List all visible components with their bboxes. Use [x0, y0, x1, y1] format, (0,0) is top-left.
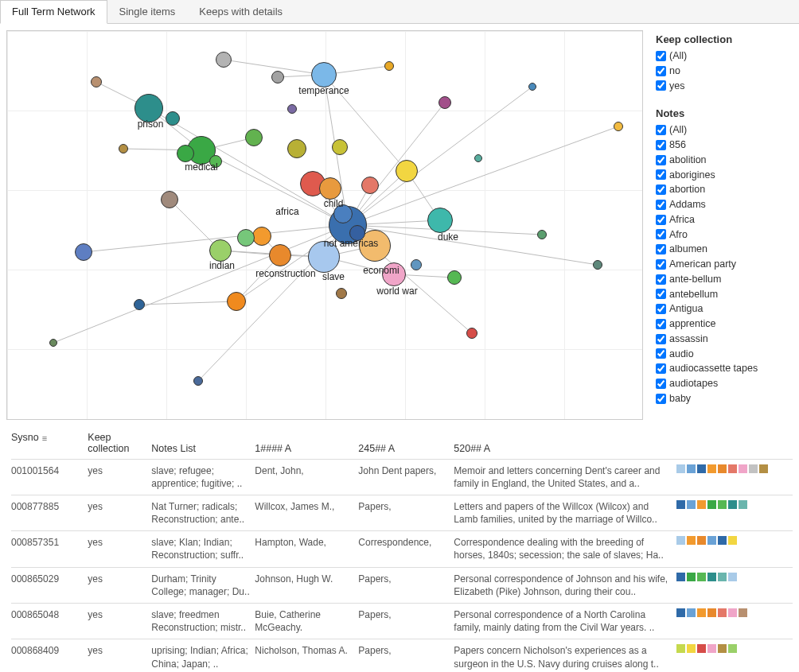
- filter-item-keep[interactable]: (All): [656, 49, 791, 64]
- network-node[interactable]: [361, 177, 379, 194]
- filter-item-notes[interactable]: Addams: [656, 197, 791, 212]
- checkbox[interactable]: [656, 304, 666, 314]
- network-node[interactable]: [287, 104, 297, 114]
- checkbox[interactable]: [656, 229, 666, 239]
- network-node[interactable]: [396, 160, 418, 182]
- network-node[interactable]: [474, 154, 482, 162]
- network-node[interactable]: [447, 270, 462, 285]
- network-node[interactable]: [349, 225, 365, 241]
- table-row[interactable]: 000857351yesslave; Klan; Indian; Reconst…: [11, 531, 793, 567]
- filter-item-notes[interactable]: Antigua: [656, 301, 791, 317]
- checkbox[interactable]: [656, 125, 666, 135]
- network-node[interactable]: [269, 244, 291, 266]
- network-node[interactable]: [75, 243, 92, 261]
- filter-item-notes[interactable]: ante-bellum: [656, 272, 791, 287]
- checkbox[interactable]: [656, 319, 666, 329]
- network-node[interactable]: [384, 61, 394, 71]
- network-node[interactable]: [537, 230, 547, 239]
- checkbox[interactable]: [656, 51, 666, 61]
- network-viz[interactable]: temperanceprisonmedicalafricachildnot am…: [6, 30, 643, 420]
- network-node[interactable]: [245, 129, 263, 146]
- filter-item-keep[interactable]: no: [656, 64, 791, 79]
- col-notes-header[interactable]: Notes List: [151, 430, 255, 460]
- checkbox[interactable]: [656, 215, 666, 225]
- filter-item-notes[interactable]: albumen: [656, 242, 791, 257]
- tab-full-term-network[interactable]: Full Term Network: [0, 0, 107, 24]
- checkbox[interactable]: [656, 66, 666, 76]
- network-node[interactable]: [134, 94, 163, 122]
- network-node[interactable]: [528, 83, 536, 91]
- filter-item-notes[interactable]: antebellum: [656, 287, 791, 302]
- network-node[interactable]: [252, 227, 271, 246]
- network-node[interactable]: [49, 339, 57, 347]
- filter-item-notes[interactable]: (All): [656, 122, 791, 138]
- col-sysno-header[interactable]: Sysno ≡: [11, 430, 75, 448]
- checkbox[interactable]: [656, 348, 666, 359]
- col-keep-header[interactable]: Keep collection: [88, 430, 151, 460]
- filter-item-notes[interactable]: baby: [656, 391, 791, 406]
- checkbox[interactable]: [656, 155, 666, 165]
- network-node[interactable]: [216, 52, 232, 68]
- checkbox[interactable]: [656, 274, 666, 285]
- checkbox[interactable]: [656, 244, 666, 254]
- filter-item-notes[interactable]: audiotapes: [656, 376, 791, 391]
- checkbox[interactable]: [656, 259, 666, 270]
- network-node[interactable]: [287, 139, 306, 158]
- checkbox[interactable]: [656, 140, 666, 150]
- checkbox[interactable]: [656, 363, 666, 374]
- filter-item-notes[interactable]: American party: [656, 257, 791, 272]
- filter-item-notes[interactable]: 856: [656, 138, 791, 153]
- table-row[interactable]: 000865048yesslave; freedmen Reconstructi…: [11, 604, 793, 639]
- tab-single-items[interactable]: Single items: [107, 0, 188, 23]
- network-node[interactable]: [209, 155, 222, 168]
- checkbox[interactable]: [656, 394, 666, 404]
- network-node[interactable]: [237, 229, 255, 247]
- table-row[interactable]: 000868409yesuprising; Indian; Africa; Ch…: [11, 639, 793, 672]
- checkbox[interactable]: [656, 80, 666, 91]
- network-node[interactable]: [438, 96, 451, 109]
- checkbox[interactable]: [656, 334, 666, 344]
- table-row[interactable]: 001001564yesslave; refugee; apprentice; …: [11, 459, 793, 495]
- filter-item-notes[interactable]: apprentice: [656, 317, 791, 332]
- col-245-header[interactable]: 245## A: [358, 430, 454, 460]
- filter-item-notes[interactable]: Afro: [656, 227, 791, 243]
- checkbox[interactable]: [656, 379, 666, 389]
- table-row[interactable]: 000877885yesNat Turner; radicals; Recons…: [11, 495, 793, 530]
- col-520-header[interactable]: 520## A: [454, 430, 676, 460]
- filter-item-notes[interactable]: abortion: [656, 182, 791, 197]
- filter-item-notes[interactable]: assassin: [656, 332, 791, 347]
- network-node[interactable]: [333, 204, 353, 223]
- network-node[interactable]: [308, 241, 340, 273]
- table-row[interactable]: 000865029yesDurham; Trinity College; man…: [11, 567, 793, 603]
- network-node[interactable]: [161, 191, 178, 208]
- filter-item-notes[interactable]: aborigines: [656, 168, 791, 183]
- network-node[interactable]: [227, 292, 246, 311]
- network-node[interactable]: [311, 62, 337, 87]
- checkbox[interactable]: [656, 200, 666, 210]
- network-node[interactable]: [382, 262, 406, 286]
- network-node[interactable]: [593, 260, 602, 270]
- filter-item-notes[interactable]: audio: [656, 347, 791, 362]
- filter-item-notes[interactable]: audiocassette tapes: [656, 361, 791, 376]
- filter-item-notes[interactable]: abolition: [656, 153, 791, 168]
- tab-keeps-with-details[interactable]: Keeps with details: [187, 0, 294, 23]
- network-node[interactable]: [319, 177, 341, 200]
- network-node[interactable]: [427, 208, 453, 233]
- network-node[interactable]: [466, 328, 477, 339]
- network-node[interactable]: [166, 111, 180, 126]
- network-node[interactable]: [177, 145, 194, 162]
- network-node[interactable]: [336, 288, 347, 299]
- checkbox[interactable]: [656, 185, 666, 195]
- network-node[interactable]: [119, 144, 128, 153]
- network-node[interactable]: [134, 299, 145, 310]
- filter-item-notes[interactable]: Africa: [656, 212, 791, 227]
- col-1a-header[interactable]: 1#### A: [255, 430, 358, 460]
- network-node[interactable]: [411, 259, 422, 270]
- network-node[interactable]: [209, 239, 232, 262]
- filter-item-keep[interactable]: yes: [656, 79, 791, 94]
- network-node[interactable]: [193, 376, 203, 386]
- network-node[interactable]: [614, 122, 623, 131]
- network-node[interactable]: [271, 71, 284, 84]
- network-node[interactable]: [91, 76, 102, 87]
- checkbox[interactable]: [656, 169, 666, 180]
